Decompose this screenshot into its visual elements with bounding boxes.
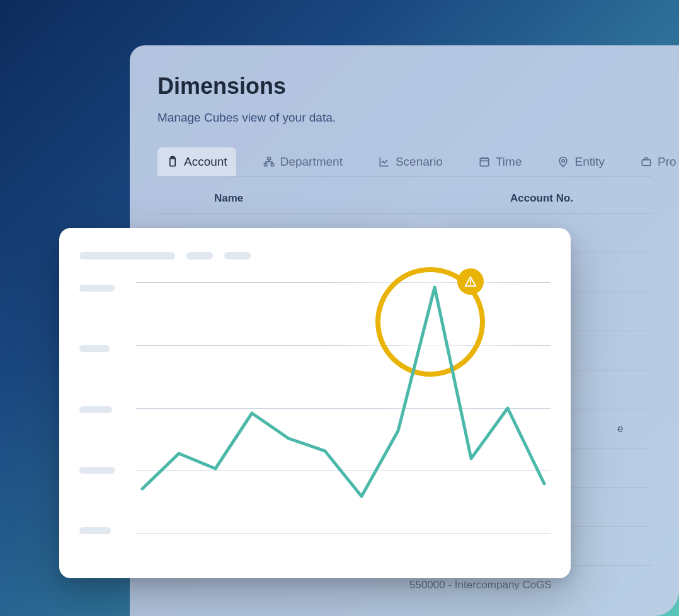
anomaly-chart-card <box>59 228 571 578</box>
table-header: Name Account No. <box>157 177 651 214</box>
tab-entity[interactable]: Entity <box>548 147 613 176</box>
skeleton-y-label <box>79 467 115 474</box>
page-subtitle: Manage Cubes view of your data. <box>157 111 651 125</box>
tab-pro[interactable]: Pro <box>631 147 679 176</box>
tab-label: Account <box>184 155 227 169</box>
skeleton-title <box>79 252 175 260</box>
row-text-fragment: e <box>617 423 623 435</box>
tab-scenario[interactable]: Scenario <box>369 147 452 176</box>
plot-area <box>136 282 551 534</box>
svg-rect-5 <box>480 158 488 166</box>
data-line <box>142 287 544 496</box>
svg-rect-4 <box>271 164 273 166</box>
tab-label: Time <box>496 155 522 169</box>
skeleton-y-label <box>79 345 110 352</box>
tab-time[interactable]: Time <box>469 147 531 176</box>
tab-department[interactable]: Department <box>254 147 351 176</box>
svg-rect-7 <box>642 160 650 166</box>
tab-label: Scenario <box>396 155 443 169</box>
tab-label: Department <box>280 155 343 169</box>
tab-label: Pro <box>658 155 676 169</box>
tabs-bar: Account Department Scenario Time Entity <box>157 147 651 177</box>
skeleton-y-label <box>79 406 112 413</box>
pin-icon <box>557 156 569 168</box>
svg-rect-3 <box>264 164 266 166</box>
clipboard-icon <box>166 156 179 168</box>
skeleton-y-label <box>79 527 111 534</box>
line-chart-svg <box>136 282 551 534</box>
row-text-fragment: 550000 - Intercompany CoGS <box>409 579 552 591</box>
svg-rect-2 <box>267 157 270 160</box>
briefcase-icon <box>640 156 653 168</box>
skeleton-y-label <box>79 285 115 292</box>
column-header-name[interactable]: Name <box>214 192 510 205</box>
skeleton-chip <box>186 252 213 260</box>
tab-label: Entity <box>574 155 605 169</box>
column-header-account[interactable]: Account No. <box>510 192 636 205</box>
chart-body <box>79 282 551 534</box>
skeleton-chip <box>224 252 251 260</box>
page-title: Dimensions <box>157 73 651 100</box>
svg-point-6 <box>562 159 564 162</box>
tab-account[interactable]: Account <box>157 147 236 176</box>
chart-line-icon <box>378 156 391 168</box>
sitemap-icon <box>263 156 275 168</box>
calendar-icon <box>478 156 491 168</box>
chart-header <box>79 252 551 260</box>
y-axis-labels <box>79 282 118 534</box>
